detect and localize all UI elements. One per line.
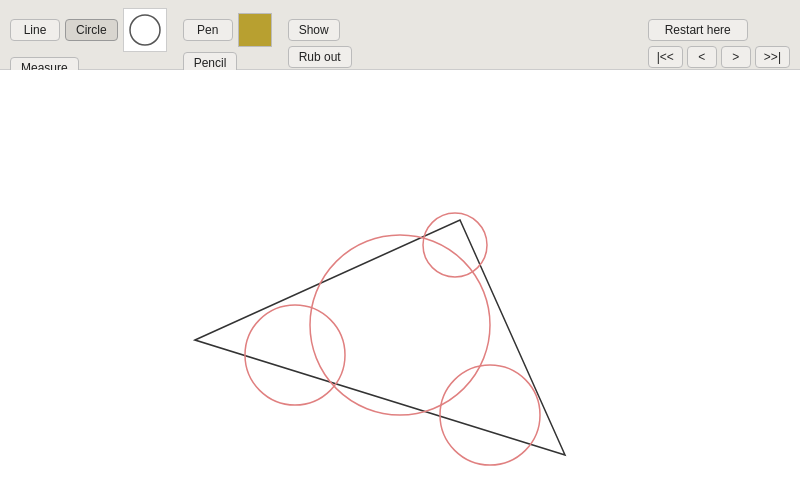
show-button[interactable]: Show — [288, 19, 340, 41]
nav-next-button[interactable]: > — [721, 46, 751, 68]
nav-first-button[interactable]: |<< — [648, 46, 683, 68]
color-swatch[interactable] — [238, 13, 272, 47]
line-button[interactable]: Line — [10, 19, 60, 41]
drawing-canvas-area[interactable] — [0, 70, 800, 500]
circle-button[interactable]: Circle — [65, 19, 118, 41]
view-tools-group: Show Rub out — [288, 19, 352, 68]
restart-button[interactable]: Restart here — [648, 19, 748, 41]
rub-out-button[interactable]: Rub out — [288, 46, 352, 68]
nav-prev-button[interactable]: < — [687, 46, 717, 68]
circle-preview — [123, 8, 167, 52]
nav-last-button[interactable]: >>| — [755, 46, 790, 68]
pen-tools-group: Pen Pencil — [183, 13, 272, 74]
draw-tools-group: Line Circle Measure — [10, 8, 167, 79]
svg-point-0 — [130, 15, 160, 45]
nav-group: Restart here |<< < > >>| — [648, 19, 790, 68]
toolbar: Line Circle Measure Pen Pencil Show Rub … — [0, 0, 800, 70]
pen-button[interactable]: Pen — [183, 19, 233, 41]
drawing-canvas[interactable] — [0, 70, 800, 500]
